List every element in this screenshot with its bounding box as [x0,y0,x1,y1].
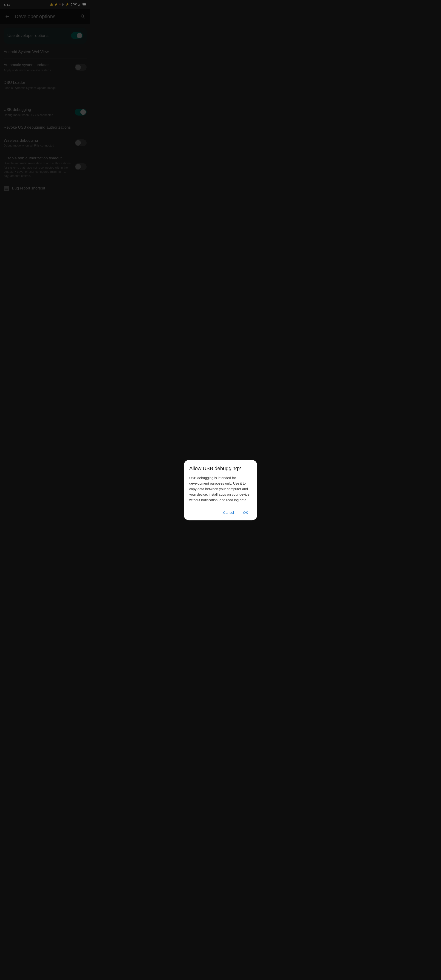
dialog-overlay: Allow USB debugging? USB debugging is in… [0,0,90,197]
